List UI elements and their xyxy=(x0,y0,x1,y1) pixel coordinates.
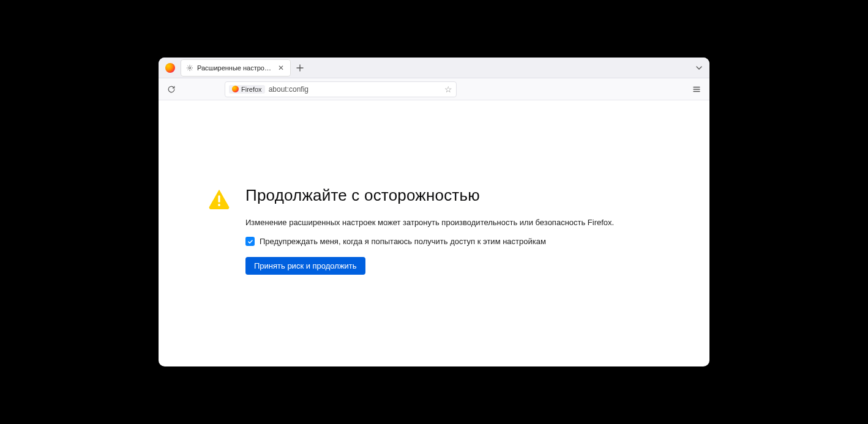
warn-checkbox[interactable] xyxy=(245,237,255,246)
firefox-logo-icon xyxy=(232,86,239,92)
identity-box[interactable]: Firefox xyxy=(229,85,265,94)
firefox-logo-icon xyxy=(165,63,175,73)
svg-point-2 xyxy=(218,204,220,206)
svg-rect-1 xyxy=(218,195,220,202)
page-content: Продолжайте с осторожностью Изменение ра… xyxy=(159,100,709,366)
plus-icon xyxy=(296,64,304,72)
reload-icon xyxy=(167,85,176,94)
accept-risk-button[interactable]: Принять риск и продолжить xyxy=(245,257,365,275)
page-description: Изменение расширенных настроек может зат… xyxy=(245,217,614,228)
warn-checkbox-row[interactable]: Предупреждать меня, когда я попытаюсь по… xyxy=(245,237,614,246)
browser-tab[interactable]: Расширенные настройки ✕ xyxy=(181,59,291,76)
tab-title: Расширенные настройки xyxy=(197,64,273,72)
hamburger-icon xyxy=(692,85,701,94)
identity-label: Firefox xyxy=(241,86,262,93)
warn-checkbox-label: Предупреждать меня, когда я попытаюсь по… xyxy=(260,237,546,246)
browser-window: Расширенные настройки ✕ Firefox about:co… xyxy=(159,58,709,366)
chevron-down-icon xyxy=(695,64,703,72)
url-bar[interactable]: Firefox about:config ☆ xyxy=(225,81,457,97)
warning-body: Продолжайте с осторожностью Изменение ра… xyxy=(245,186,614,275)
app-menu-button[interactable] xyxy=(690,83,703,96)
app-logo xyxy=(162,60,178,76)
svg-point-0 xyxy=(189,67,190,69)
new-tab-button[interactable] xyxy=(293,61,307,75)
bookmark-star-button[interactable]: ☆ xyxy=(444,84,452,94)
tabs-dropdown-button[interactable] xyxy=(692,61,706,75)
nav-bar: Firefox about:config ☆ xyxy=(159,78,709,100)
url-text: about:config xyxy=(269,85,309,94)
check-icon xyxy=(247,239,253,245)
tab-strip: Расширенные настройки ✕ xyxy=(159,58,709,78)
reload-button[interactable] xyxy=(165,83,178,96)
tab-close-button[interactable]: ✕ xyxy=(277,64,285,72)
warning-icon xyxy=(208,187,231,213)
gear-icon xyxy=(186,64,193,72)
page-heading: Продолжайте с осторожностью xyxy=(245,186,614,205)
